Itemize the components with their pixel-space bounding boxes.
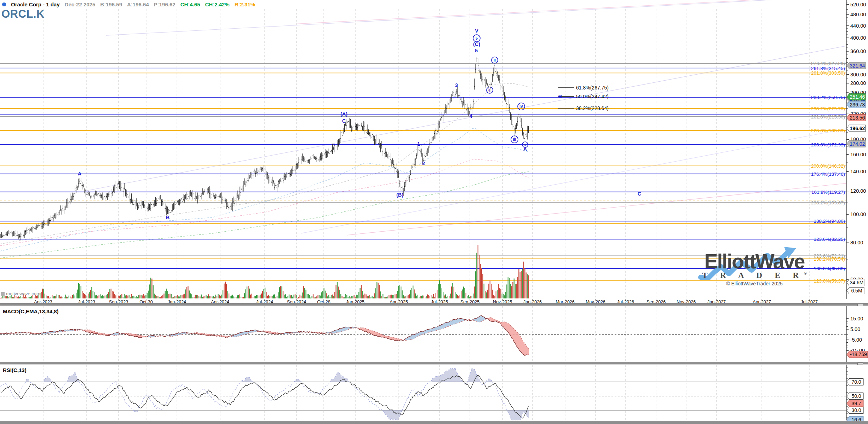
svg-text:238.2%(109.67): 238.2%(109.67) bbox=[811, 200, 845, 205]
svg-text:2: 2 bbox=[422, 161, 425, 166]
svg-text:motivewave.com: motivewave.com bbox=[6, 291, 40, 296]
svg-text:321.64: 321.64 bbox=[850, 63, 865, 69]
svg-text:261.8%(303.50): 261.8%(303.50) bbox=[811, 70, 845, 76]
macd-panel-canvas[interactable]: MACD(C,EMA,13,34,8)15.005.00-5.00-15.00-… bbox=[0, 306, 868, 362]
panel-separator[interactable] bbox=[0, 362, 868, 365]
svg-text:-5.00: -5.00 bbox=[850, 337, 862, 343]
svg-text:6.5M: 6.5M bbox=[851, 288, 862, 294]
svg-text:196.62: 196.62 bbox=[850, 126, 865, 131]
svg-text:30.0: 30.0 bbox=[851, 407, 861, 413]
svg-text:360.00: 360.00 bbox=[850, 48, 866, 54]
svg-text:C: C bbox=[342, 118, 346, 124]
separator-handle-icon[interactable] bbox=[857, 362, 863, 365]
svg-text:III: III bbox=[513, 137, 516, 141]
svg-text:400.00: 400.00 bbox=[850, 35, 866, 41]
svg-text:50.0%(247.42): 50.0%(247.42) bbox=[576, 94, 609, 99]
svg-text:80.00: 80.00 bbox=[850, 240, 863, 245]
svg-text:B: B bbox=[558, 94, 562, 99]
svg-text:174.02: 174.02 bbox=[850, 141, 865, 147]
svg-text:(A): (A) bbox=[340, 111, 347, 117]
svg-text:123.6%(82.25): 123.6%(82.25) bbox=[814, 237, 845, 242]
svg-text:50.0: 50.0 bbox=[851, 393, 861, 399]
svg-text:V: V bbox=[475, 28, 478, 34]
svg-text:1: 1 bbox=[417, 141, 420, 147]
svg-text:38.2%(228.64): 38.2%(228.64) bbox=[576, 105, 609, 111]
svg-text:120.00: 120.00 bbox=[850, 188, 866, 194]
svg-text:520.00: 520.00 bbox=[850, 2, 866, 7]
svg-text:223.6%(193.33): 223.6%(193.33) bbox=[811, 128, 845, 133]
quote-date: Dec-22 2025 bbox=[65, 1, 96, 7]
svg-text:100.00: 100.00 bbox=[850, 211, 866, 217]
svg-text:B: B bbox=[166, 215, 169, 220]
svg-text:251.46: 251.46 bbox=[850, 94, 865, 100]
svg-text:138.2%(70.54): 138.2%(70.54) bbox=[814, 256, 845, 262]
svg-text:160.00: 160.00 bbox=[850, 152, 866, 157]
svg-text:200.0%(172.93): 200.0%(172.93) bbox=[811, 142, 845, 147]
svg-text:238.2%(229.70): 238.2%(229.70) bbox=[811, 106, 845, 111]
quote-last: P:196.62 bbox=[154, 1, 176, 7]
svg-text:4: 4 bbox=[470, 113, 472, 119]
svg-text:300.00: 300.00 bbox=[850, 72, 866, 77]
svg-text:100.0%(65.38): 100.0%(65.38) bbox=[814, 266, 845, 271]
svg-text:A: A bbox=[78, 171, 82, 176]
svg-text:5.00: 5.00 bbox=[850, 326, 860, 332]
svg-text:RSI(C,13): RSI(C,13) bbox=[3, 367, 27, 373]
bottom-scrollbar[interactable] bbox=[0, 421, 868, 424]
svg-text:440.00: 440.00 bbox=[850, 23, 866, 29]
svg-text:II: II bbox=[494, 58, 496, 62]
quote-ask: A:196.64 bbox=[127, 1, 149, 7]
separator-handle-icon[interactable] bbox=[857, 304, 863, 306]
svg-text:5: 5 bbox=[475, 48, 478, 53]
svg-text:C: C bbox=[638, 191, 642, 197]
quote-bid: B:196.59 bbox=[100, 1, 122, 7]
rsi-panel-canvas[interactable]: RSI(C,13)70.050.039.730.016.6 bbox=[0, 365, 868, 421]
chart-application: 276.4%(327.29)261.8%(315.45)261.8%(303.5… bbox=[0, 0, 868, 424]
svg-text:I: I bbox=[489, 88, 490, 92]
svg-text:16.6: 16.6 bbox=[851, 417, 861, 421]
svg-text:161.8%(119.27): 161.8%(119.27) bbox=[811, 190, 845, 195]
svg-text:480.00: 480.00 bbox=[850, 12, 866, 17]
svg-text:236.73: 236.73 bbox=[850, 102, 865, 108]
quote-range-pct: R:2.31% bbox=[235, 1, 255, 7]
svg-text:15.00: 15.00 bbox=[850, 316, 863, 321]
quote-change: CH:4.65 bbox=[180, 1, 200, 7]
svg-text:IV: IV bbox=[519, 104, 523, 109]
svg-text:213.56: 213.56 bbox=[850, 115, 865, 121]
svg-text:MACD(C,EMA,13,34,8): MACD(C,EMA,13,34,8) bbox=[3, 308, 59, 314]
instrument-header: Oracle Corp - 1 day Dec-22 2025 B:196.59… bbox=[2, 1, 255, 7]
svg-text:v: v bbox=[524, 143, 526, 147]
ticker-symbol: ORCL.K bbox=[1, 8, 45, 21]
svg-text:5: 5 bbox=[476, 36, 478, 40]
svg-text:123.6%(59.37): 123.6%(59.37) bbox=[814, 278, 845, 284]
svg-text:238.2%(250.75): 238.2%(250.75) bbox=[811, 95, 845, 100]
quote-change-pct: CH:2.42% bbox=[205, 1, 229, 7]
svg-text:70.0: 70.0 bbox=[851, 379, 861, 385]
svg-text:261.8%(215.50): 261.8%(215.50) bbox=[811, 114, 845, 120]
instrument-dot-icon bbox=[2, 2, 6, 6]
svg-text:61.8%(267.75): 61.8%(267.75) bbox=[576, 85, 609, 91]
svg-text:39.7: 39.7 bbox=[851, 401, 861, 406]
svg-text:34.6M: 34.6M bbox=[850, 280, 864, 285]
svg-text:-18.759: -18.759 bbox=[850, 352, 867, 357]
svg-text:(C): (C) bbox=[473, 41, 480, 47]
svg-text:3: 3 bbox=[455, 82, 458, 88]
svg-text:176.4%(137.46): 176.4%(137.46) bbox=[811, 172, 845, 177]
svg-text:(B): (B) bbox=[396, 192, 403, 198]
svg-text:140.00: 140.00 bbox=[850, 169, 866, 174]
svg-text:280.00: 280.00 bbox=[850, 80, 866, 86]
svg-text:200.0%(146.32): 200.0%(146.32) bbox=[811, 163, 845, 169]
svg-text:138.2%(94.80): 138.2%(94.80) bbox=[814, 219, 845, 224]
panel-separator[interactable] bbox=[0, 303, 868, 306]
instrument-title: Oracle Corp - 1 day bbox=[11, 1, 60, 7]
svg-text:261.8%(315.45): 261.8%(315.45) bbox=[811, 66, 845, 71]
price-chart-canvas[interactable]: 276.4%(327.29)261.8%(315.45)261.8%(303.5… bbox=[0, 0, 868, 304]
